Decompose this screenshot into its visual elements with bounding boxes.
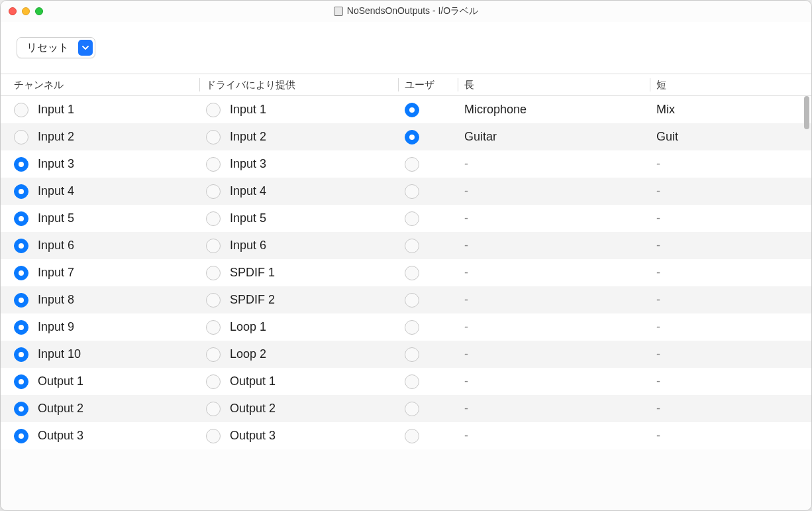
window-title-wrap: NoSendsOnOutputs - I/Oラベル [1,5,811,17]
user-radio[interactable] [405,320,419,335]
channel-radio[interactable] [14,293,28,308]
channel-radio[interactable] [14,429,28,443]
short-value[interactable]: - [656,320,660,334]
driver-radio[interactable] [206,347,221,362]
user-radio[interactable] [405,374,419,389]
driver-radio[interactable] [206,239,221,253]
driver-radio[interactable] [206,266,221,280]
long-value[interactable]: - [464,157,468,171]
driver-radio[interactable] [206,402,221,416]
user-radio[interactable] [405,429,419,443]
user-radio[interactable] [405,103,419,117]
short-value[interactable]: - [656,374,660,388]
table-row[interactable]: Input 10Loop 2-- [1,341,811,368]
channel-radio[interactable] [14,239,28,253]
short-value[interactable]: - [656,211,660,225]
table-row[interactable]: Input 3Input 3-- [1,150,811,178]
driver-radio[interactable] [206,184,221,199]
window-title-icon [334,7,343,16]
user-radio[interactable] [405,239,419,253]
driver-radio[interactable] [206,320,221,335]
long-value[interactable]: - [464,347,468,361]
table-row[interactable]: Input 5Input 5-- [1,205,811,232]
short-value[interactable]: - [656,157,660,171]
channel-radio[interactable] [14,157,28,172]
long-value[interactable]: - [464,266,468,280]
user-radio[interactable] [405,293,419,308]
header-channel[interactable]: チャンネル [7,74,199,95]
short-value[interactable]: - [656,266,660,280]
long-value[interactable]: - [464,184,468,198]
table-row[interactable]: Input 7SPDIF 1-- [1,259,811,286]
driver-value: Input 6 [230,239,266,253]
reset-button[interactable]: リセット [17,37,95,58]
driver-value: Output 3 [230,429,276,443]
zoom-button[interactable] [35,7,43,15]
long-value[interactable]: - [464,429,468,443]
channel-radio[interactable] [14,374,28,389]
channel-radio[interactable] [14,130,28,144]
channel-value: Input 9 [38,320,74,334]
long-value[interactable]: - [464,293,468,307]
table-row[interactable]: Output 2Output 2-- [1,395,811,422]
channel-value: Input 4 [38,184,74,198]
user-radio[interactable] [405,266,419,280]
long-value[interactable]: Guitar [464,130,497,144]
channel-radio[interactable] [14,266,28,280]
header-user[interactable]: ユーザ [398,74,458,95]
channel-radio[interactable] [14,320,28,335]
short-value[interactable]: Mix [656,103,675,117]
short-value[interactable]: Guit [656,130,678,144]
chevron-down-icon [78,40,93,56]
channel-radio[interactable] [14,211,28,226]
user-radio[interactable] [405,211,419,226]
short-value[interactable]: - [656,293,660,307]
window-title: NoSendsOnOutputs - I/Oラベル [347,5,478,17]
table-row[interactable]: Input 9Loop 1-- [1,313,811,341]
header-driver[interactable]: ドライバにより提供 [199,74,398,95]
long-value[interactable]: - [464,374,468,388]
driver-radio[interactable] [206,130,221,144]
channel-radio[interactable] [14,184,28,199]
user-radio[interactable] [405,157,419,172]
table-row[interactable]: Output 3Output 3-- [1,422,811,449]
scrollbar-thumb[interactable] [804,96,809,129]
header-long[interactable]: 長 [458,74,650,95]
driver-value: Input 2 [230,130,266,144]
driver-radio[interactable] [206,211,221,226]
table-row[interactable]: Input 6Input 6-- [1,232,811,259]
channel-radio[interactable] [14,402,28,416]
short-value[interactable]: - [656,347,660,361]
short-value[interactable]: - [656,239,660,253]
header-short[interactable]: 短 [650,74,811,95]
table-body[interactable]: Input 1Input 1MicrophoneMixInput 2Input … [1,96,811,510]
driver-value: Loop 1 [230,320,266,334]
close-button[interactable] [9,7,17,15]
short-value[interactable]: - [656,184,660,198]
driver-radio[interactable] [206,374,221,389]
table-row[interactable]: Input 4Input 4-- [1,178,811,205]
table-row[interactable]: Input 8SPDIF 2-- [1,286,811,313]
short-value[interactable]: - [656,429,660,443]
driver-radio[interactable] [206,293,221,308]
long-value[interactable]: - [464,402,468,416]
driver-radio[interactable] [206,103,221,117]
reset-button-label: リセット [17,38,78,58]
user-radio[interactable] [405,184,419,199]
driver-radio[interactable] [206,429,221,443]
user-radio[interactable] [405,347,419,362]
table-row[interactable]: Output 1Output 1-- [1,368,811,395]
user-radio[interactable] [405,402,419,416]
long-value[interactable]: - [464,320,468,334]
channel-radio[interactable] [14,103,28,117]
minimize-button[interactable] [22,7,30,15]
long-value[interactable]: - [464,239,468,253]
channel-radio[interactable] [14,347,28,362]
user-radio[interactable] [405,130,419,144]
table-row[interactable]: Input 1Input 1MicrophoneMix [1,96,811,123]
table-row[interactable]: Input 2Input 2GuitarGuit [1,123,811,150]
long-value[interactable]: - [464,211,468,225]
long-value[interactable]: Microphone [464,103,527,117]
driver-radio[interactable] [206,157,221,172]
short-value[interactable]: - [656,402,660,416]
